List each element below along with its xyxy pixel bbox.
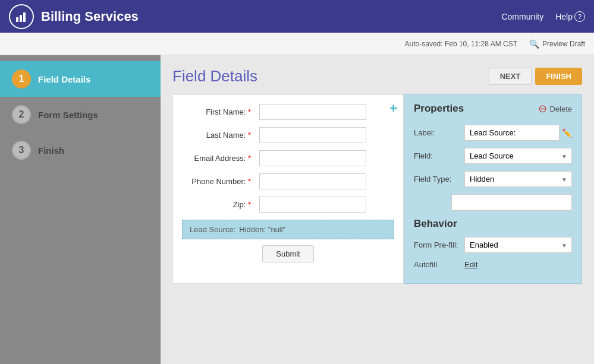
properties-panel: Properties ⊖ Delete Label: ✏️ Field: (404, 94, 582, 284)
preview-draft-btn[interactable]: 🔍 Preview Draft (529, 39, 585, 49)
subheader: Auto-saved: Feb 10, 11:28 AM CST 🔍 Previ… (0, 33, 594, 55)
add-field-button[interactable]: + (389, 101, 397, 116)
content-area: Field Details NEXT FINISH + First Name: … (161, 55, 594, 364)
field-type-prop-row: Field Type: Hidden Text Dropdown (414, 171, 572, 187)
zip-input[interactable] (259, 197, 366, 213)
action-buttons: NEXT FINISH (489, 68, 582, 85)
form-prefill-select[interactable]: Enabled Disabled (464, 237, 572, 253)
community-link[interactable]: Community (501, 12, 543, 21)
lead-source-row-value: Hidden: "null" (239, 225, 285, 234)
svg-rect-2 (23, 12, 26, 22)
step-3-number: 3 (12, 141, 31, 160)
last-name-label: Last Name: * (182, 131, 259, 140)
zip-row: Zip: * (182, 197, 394, 213)
field-type-prop-label: Field Type: (414, 175, 464, 183)
phone-row: Phone Number: * (182, 173, 394, 189)
step-1-label: Field Details (38, 74, 90, 84)
app-header: Billing Services Community Help ? (0, 0, 594, 33)
field-select[interactable]: Lead Source First Name Last Name (464, 148, 572, 164)
phone-label: Phone Number: * (182, 177, 259, 186)
sidebar-item-finish[interactable]: 3 Finish (0, 132, 161, 168)
next-button[interactable]: NEXT (489, 68, 532, 85)
form-panel: + First Name: * Last Name: * Email Addr (172, 94, 404, 284)
preview-icon: 🔍 (529, 39, 539, 49)
behavior-title: Behavior (414, 218, 572, 230)
last-name-required: * (248, 131, 251, 140)
email-input[interactable] (259, 150, 366, 166)
last-name-row: Last Name: * (182, 127, 394, 143)
props-header: Properties ⊖ Delete (414, 102, 572, 115)
email-row: Email Address: * (182, 150, 394, 166)
email-label: Email Address: * (182, 154, 259, 163)
field-prop-row: Field: Lead Source First Name Last Name (414, 148, 572, 164)
svg-rect-0 (16, 17, 18, 22)
help-link[interactable]: Help ? (555, 11, 585, 22)
lead-source-row-label: Lead Source: (190, 225, 235, 234)
label-prop-label: Label: (414, 128, 464, 137)
zip-label: Zip: * (182, 200, 259, 209)
behavior-section: Behavior Form Pre-fill: Enabled Disabled… (414, 218, 572, 269)
label-input[interactable] (464, 125, 560, 141)
delete-button[interactable]: ⊖ Delete (538, 102, 572, 115)
zip-required: * (248, 200, 251, 209)
delete-icon: ⊖ (538, 102, 547, 115)
email-required: * (248, 154, 251, 163)
step-1-number: 1 (12, 69, 31, 88)
page-header: Field Details NEXT FINISH (172, 67, 582, 86)
field-type-select[interactable]: Hidden Text Dropdown (464, 171, 572, 187)
field-select-wrapper: Lead Source First Name Last Name (464, 148, 572, 164)
blank-input[interactable] (451, 194, 572, 211)
properties-title: Properties (414, 103, 464, 115)
svg-rect-1 (20, 15, 22, 22)
field-type-select-wrapper: Hidden Text Dropdown (464, 171, 572, 187)
form-prefill-label: Form Pre-fill: (414, 240, 464, 249)
finish-button[interactable]: FINISH (535, 68, 582, 85)
last-name-input[interactable] (259, 127, 366, 143)
form-prefill-row: Form Pre-fill: Enabled Disabled (414, 237, 572, 253)
step-3-label: Finish (38, 145, 64, 156)
sidebar-item-form-settings[interactable]: 2 Form Settings (0, 97, 161, 132)
edit-label-icon[interactable]: ✏️ (562, 128, 572, 138)
sidebar: 1 Field Details 2 Form Settings 3 Finish (0, 55, 161, 364)
blank-prop-row (414, 194, 572, 211)
page-title: Field Details (172, 67, 257, 86)
lead-source-row[interactable]: Lead Source: Hidden: "null" (182, 220, 394, 239)
main-layout: 1 Field Details 2 Form Settings 3 Finish… (0, 55, 594, 364)
first-name-label: First Name: * (182, 107, 259, 116)
form-prefill-select-wrapper: Enabled Disabled (464, 237, 572, 253)
submit-row: Submit (182, 245, 394, 262)
step-2-label: Form Settings (38, 110, 98, 120)
first-name-row: First Name: * (182, 104, 394, 120)
form-panel-container: + First Name: * Last Name: * Email Addr (172, 94, 582, 284)
submit-button[interactable]: Submit (262, 245, 313, 262)
autofill-edit-link[interactable]: Edit (464, 260, 477, 269)
autofill-label: Autofill (414, 260, 464, 269)
phone-required: * (248, 177, 251, 186)
sidebar-item-field-details[interactable]: 1 Field Details (0, 61, 161, 97)
first-name-input[interactable] (259, 104, 366, 120)
app-logo (9, 4, 34, 29)
header-right: Community Help ? (501, 11, 585, 22)
phone-input[interactable] (259, 173, 366, 189)
label-input-wrapper: ✏️ (464, 125, 572, 141)
label-prop-row: Label: ✏️ (414, 125, 572, 141)
field-prop-label: Field: (414, 151, 464, 160)
header-left: Billing Services (9, 4, 139, 29)
help-icon: ? (574, 11, 585, 22)
autosave-text: Auto-saved: Feb 10, 11:28 AM CST (405, 40, 517, 48)
app-title: Billing Services (41, 9, 139, 24)
autofill-row: Autofill Edit (414, 260, 572, 269)
first-name-required: * (248, 107, 251, 116)
step-2-number: 2 (12, 105, 31, 124)
